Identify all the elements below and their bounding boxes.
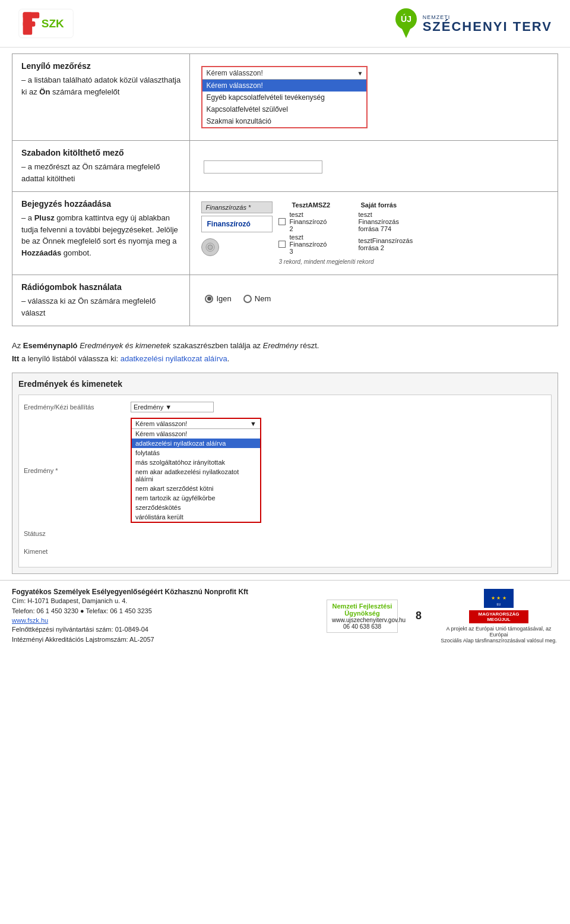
radio-nem-label: Nem <box>255 294 271 303</box>
footer-left: Fogyatékos Személyek Esélyegyenlőségéért… <box>12 588 315 644</box>
magyaroszag-badge: MAGYARORSZÁG MEGÚJUL <box>469 610 528 623</box>
fin-checkbox-1[interactable] <box>278 241 286 248</box>
footer-page-num: 8 <box>416 610 422 622</box>
ered-dd-item-6[interactable]: nem tartozik az ügyfélkörbe <box>132 493 260 503</box>
svg-rect-3 <box>23 21 36 27</box>
dropdown-header[interactable]: Kérem válasszon! ▼ <box>202 67 366 80</box>
radio-right: Igen Nem <box>190 275 558 326</box>
szechenyi-title: SZÉCHENYI TERV <box>423 20 552 33</box>
radio-nem[interactable]: Nem <box>243 294 271 303</box>
szabadon-input[interactable] <box>204 160 322 174</box>
fin-row-1: teszt Finanszírozó 3 tesztFinanszírozás … <box>278 234 444 255</box>
ered-value-0: Eredmény ▼ <box>131 402 214 412</box>
fin-table: TesztAMSZ2 Saját forrás teszt Finanszíro… <box>278 201 444 265</box>
ered-field-1: Kérem válasszon! ▼ Kérem válasszon! adat… <box>131 418 261 523</box>
ered-dropdown-0[interactable]: Eredmény ▼ <box>131 402 214 412</box>
fin-footer: 3 rekord, mindent megjeleníti rekord <box>278 258 444 265</box>
footer: Fogyatékos Személyek Esélyegyenlőségéért… <box>0 580 570 651</box>
ered-row-0: Eredmény/Kézi beállítás Eredmény ▼ <box>24 400 546 414</box>
footer-reg2: Intézményi Akkreditációs Lajstromszám: A… <box>12 635 315 645</box>
fszk-logo: SZK <box>18 7 74 40</box>
radio-igen-btn[interactable] <box>205 295 213 303</box>
dropdown-item-3[interactable]: Szakmai konzultáció <box>202 115 366 127</box>
eredmenyek-form: Eredmény/Kézi beállítás Eredmény ▼ Eredm… <box>18 395 552 567</box>
svg-rect-2 <box>23 12 40 18</box>
dropdown-arrow-icon: ▼ <box>357 70 363 77</box>
bejegyzes-right: Finanszírozás * Finanszírozó TesztAMSZ2 <box>190 192 558 275</box>
fin-cell-1-0: teszt Finanszírozó 3 <box>289 234 354 255</box>
dropdown-item-1[interactable]: Egyéb kapcsolatfelvételi tevékenység <box>202 92 366 103</box>
radio-igen[interactable]: Igen <box>205 294 231 303</box>
lenyilo-title: Lenyíló mezőrész <box>21 61 180 71</box>
footer-nfu-phone: 06 40 638 638 <box>332 623 392 630</box>
footer-website[interactable]: www.fszk.hu <box>12 616 315 625</box>
ered-dd-item-1[interactable]: adatkezelési nyilatkozat aláírva <box>132 439 260 448</box>
svg-point-9 <box>208 245 213 250</box>
radio-nem-btn[interactable] <box>243 295 252 303</box>
footer-nfu-title: Nemzeti Fejlesztési Ügynökség <box>332 603 392 617</box>
szabadon-input-area <box>199 148 549 182</box>
ered-dropdown-open-1[interactable]: Kérem válasszon! ▼ Kérem válasszon! adat… <box>131 418 261 523</box>
ered-label-2: Státusz <box>24 530 131 537</box>
sections-table: Lenyíló mezőrész – a listában található … <box>12 53 558 326</box>
ered-dd-item-2[interactable]: folytatás <box>132 448 260 458</box>
radio-left: Rádiógombok használata – válassza ki az … <box>12 275 190 326</box>
ered-label-3: Kimenet <box>24 548 131 555</box>
footer-nfu-url: www.ujszechenyiterv.gov.hu <box>332 617 392 623</box>
eredmenyek-title: Eredmények és kimenetek <box>18 379 552 389</box>
ered-dd-item-7[interactable]: szerződéskötés <box>132 503 260 512</box>
ered-dd-item-0[interactable]: Kérem válasszon! <box>132 429 260 439</box>
szabadon-right <box>190 141 558 192</box>
dropdown-header-text: Kérem válasszon! <box>206 69 262 77</box>
section-lenyilo: Lenyíló mezőrész – a listában található … <box>12 54 558 141</box>
footer-address: Cím: H-1071 Budapest, Damjanich u. 4. <box>12 596 315 606</box>
bejegyzes-desc: – a Plusz gombra kattintva egy új ablakb… <box>21 212 180 258</box>
szabadon-title: Szabadon kitölthető mező <box>21 148 180 157</box>
lenyilo-dropdown[interactable]: Kérem válasszon! ▼ Kérem válasszon! Egyé… <box>201 66 368 128</box>
ered-dd-item-4[interactable]: nem akar adatkezelési nyilatkozatot aláí… <box>132 467 260 484</box>
main-content: Lenyíló mezőrész – a listában található … <box>0 48 570 332</box>
fin-cell-0-1: teszt Finanszírozás forrása 774 <box>358 211 441 232</box>
fin-left: Finanszírozás * Finanszírozó <box>201 201 273 256</box>
radio-igen-label: Igen <box>216 294 231 303</box>
ered-dd-item-3[interactable]: más szolgáltatóhoz irányítottak <box>132 458 260 467</box>
fin-col-header-0: TesztAMSZ2 <box>292 201 357 209</box>
fin-btn-label: Finanszírozó <box>205 219 268 229</box>
finanszirozas-area: Finanszírozás * Finanszírozó TesztAMSZ2 <box>199 199 549 267</box>
footer-telefon: Telefon: 06 1 450 3230 ● Telefax: 06 1 4… <box>12 606 315 616</box>
footer-eu-text: A projekt az Európai Unió támogatásával,… <box>439 626 558 644</box>
fin-col-header-1: Saját forrás <box>360 201 444 209</box>
footer-nfu-box: Nemzeti Fejlesztési Ügynökség www.ujszec… <box>327 600 398 633</box>
bejegyzes-left: Bejegyzés hozzáadása – a Plusz gombra ka… <box>12 192 190 275</box>
header: SZK ÚJ NEMZETI SZÉCHENYI TERV <box>0 0 570 48</box>
section-bejegyzes: Bejegyzés hozzáadása – a Plusz gombra ka… <box>12 192 558 275</box>
svg-text:★ ★ ★: ★ ★ ★ <box>491 595 506 601</box>
bejegyzes-title: Bejegyzés hozzáadása <box>21 199 180 209</box>
dropdown-container: Kérem válasszon! ▼ Kérem válasszon! Egyé… <box>199 61 549 133</box>
ered-row-3: Kimenet <box>24 544 546 559</box>
bottom-line2: Itt a lenyíló listából válassza ki: adat… <box>12 352 558 365</box>
fin-add-button[interactable] <box>201 238 219 256</box>
eu-flag-icon: ★ ★ ★ EU <box>484 589 514 608</box>
fin-checkbox-0[interactable] <box>278 218 286 225</box>
ered-dd-header[interactable]: Kérem válasszon! ▼ <box>132 419 260 429</box>
dropdown-item-2[interactable]: Kapcsolatfelvétel szülővel <box>202 103 366 115</box>
bottom-line1: Az Eseménynapló Eredmények és kimenetek … <box>12 339 558 352</box>
svg-text:SZK: SZK <box>42 17 64 30</box>
lenyilo-left: Lenyíló mezőrész – a listában található … <box>12 54 190 141</box>
lenyilo-right: Kérem válasszon! ▼ Kérem válasszon! Egyé… <box>190 54 558 141</box>
ered-dd-item-5[interactable]: nem akart szerződést kötni <box>132 484 260 493</box>
ered-row-2: Státusz <box>24 526 546 541</box>
szabadon-desc: – a mezőrészt az Ön számára megfelelő ad… <box>21 161 180 184</box>
ered-dd-item-8[interactable]: várólistára került <box>132 512 260 522</box>
radio-options: Igen Nem <box>199 282 549 315</box>
section-radio: Rádiógombok használata – válassza ki az … <box>12 275 558 326</box>
fin-col-headers: TesztAMSZ2 Saját forrás <box>278 201 444 209</box>
radio-title: Rádiógombok használata <box>21 282 180 292</box>
svg-text:EU: EU <box>497 603 501 606</box>
dropdown-item-0[interactable]: Kérem válasszon! <box>202 80 366 92</box>
ered-label-0: Eredmény/Kézi beállítás <box>24 403 131 411</box>
ered-label-1: Eredmény * <box>24 467 131 474</box>
fin-cell-1-1: tesztFinanszírozás forrása 2 <box>358 237 441 251</box>
footer-eu: ★ ★ ★ EU MAGYARORSZÁG MEGÚJUL A projekt … <box>439 589 558 644</box>
